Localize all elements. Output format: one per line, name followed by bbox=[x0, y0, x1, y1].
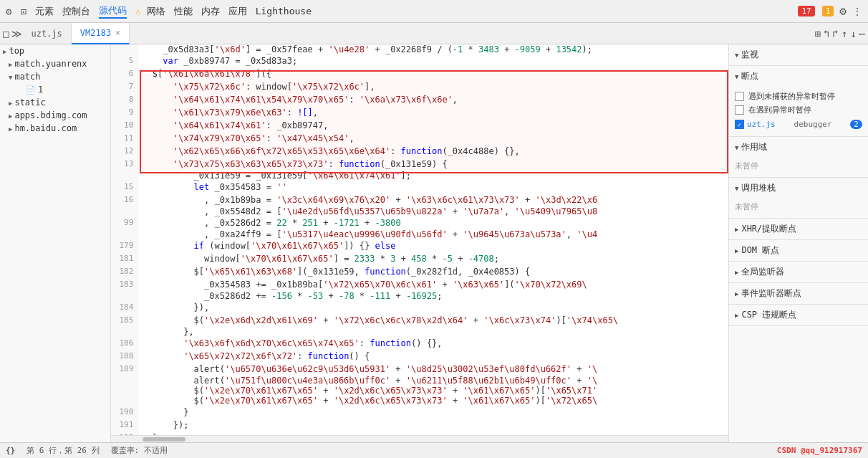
tree-item-apps-bdimg[interactable]: apps.bdimg.com bbox=[0, 109, 110, 122]
exception-any-checkbox[interactable] bbox=[735, 105, 744, 115]
tree-item-match-yuanrenx[interactable]: match.yuanrenx bbox=[0, 57, 110, 70]
tree-item-hm-baidu[interactable]: hm.baidu.com bbox=[0, 122, 110, 135]
line-content: $['\x65\x61\x63\x68'](_0x131e59, functio… bbox=[139, 265, 728, 278]
code-line: 179 if (window['\x70\x61\x67\x65']) {} e… bbox=[111, 239, 728, 252]
global-listeners-label: 全局监听器 bbox=[741, 266, 784, 278]
exception-uncaught-checkbox[interactable] bbox=[735, 92, 744, 101]
line-number: 179 bbox=[111, 239, 139, 252]
line-number: 181 bbox=[111, 252, 139, 265]
devtools-icon[interactable]: ⚙ bbox=[6, 6, 11, 17]
sources-tab[interactable]: 源代码 bbox=[99, 4, 127, 19]
code-line: 99 , _0x5286d2 = 22 * 251 + -1721 + -380… bbox=[111, 216, 728, 229]
code-line: 182 $['\x65\x61\x63\x68'](_0x131e59, fun… bbox=[111, 265, 728, 278]
split-editor-icon[interactable]: ⊞ bbox=[814, 28, 820, 39]
line-number bbox=[111, 291, 139, 301]
line-content: '\x62\x65\x66\x6f\x72\x65\x53\x65\x6e\x6… bbox=[139, 145, 728, 158]
application-tab[interactable]: 应用 bbox=[228, 5, 247, 18]
code-line: 181 window['\x70\x61\x67\x65'] = 2333 * … bbox=[111, 252, 728, 265]
line-number bbox=[111, 396, 139, 406]
inspect-icon[interactable]: ⊡ bbox=[20, 6, 26, 17]
line-number: 184 bbox=[111, 301, 139, 314]
breakpoint-filename[interactable]: uzt.js bbox=[747, 120, 776, 129]
line-number: 183 bbox=[111, 278, 139, 291]
lighthouse-tab[interactable]: Lighthouse bbox=[256, 6, 312, 16]
tree-toggle-static bbox=[9, 98, 12, 108]
panel-header-watch[interactable]: 监视 bbox=[729, 44, 868, 65]
tree-toggle-hm-baidu bbox=[9, 124, 12, 133]
line-content: alert('\u751f\u800c\u4e3a\u866b\uff0c' +… bbox=[139, 376, 728, 386]
performance-tab[interactable]: 性能 bbox=[174, 5, 193, 18]
code-line: 16 , _0x1b89ba = '\x3c\x64\x69\x76\x20' … bbox=[111, 194, 728, 206]
line-number: 182 bbox=[111, 265, 139, 278]
format-icon[interactable]: {} bbox=[6, 446, 15, 455]
panel-header-xhr[interactable]: XHR/提取断点 bbox=[729, 219, 868, 239]
scope-chevron bbox=[735, 143, 738, 151]
code-editor[interactable]: _0x5d83a3['\x6d'] = _0x57feae + '\u4e28'… bbox=[111, 44, 728, 442]
panel-header-breakpoints[interactable]: 断点 bbox=[729, 66, 868, 87]
breakpoint-enable-checkbox[interactable]: ✓ bbox=[735, 120, 744, 129]
code-line: 15 let _0x354583 = '' bbox=[111, 181, 728, 194]
line-content: _0x354583 += _0x1b89ba['\x72\x65\x70\x6c… bbox=[139, 278, 728, 291]
panel-header-global-listeners[interactable]: 全局监听器 bbox=[729, 262, 868, 282]
tree-item-1[interactable]: 📄 1 bbox=[0, 83, 110, 96]
tab-vm2183[interactable]: VM2183 ✕ bbox=[72, 23, 130, 44]
network-tab[interactable]: ⚠ 网络 bbox=[135, 5, 165, 18]
panel-header-dom[interactable]: DOM 断点 bbox=[729, 240, 868, 261]
panel-header-csp[interactable]: CSP 违规断点 bbox=[729, 305, 868, 325]
panel-header-event-listeners[interactable]: 事件监听器断点 bbox=[729, 283, 868, 304]
code-line: }, bbox=[111, 327, 728, 337]
memory-tab[interactable]: 内存 bbox=[201, 5, 220, 18]
code-line: , _0x5548d2 = ['\u4e2d\u56fd\u5357\u65b9… bbox=[111, 206, 728, 216]
page-icon[interactable]: □ bbox=[3, 28, 9, 39]
line-content: var _0xb89747 = _0x5d83a3; bbox=[139, 54, 728, 67]
line-number: 186 bbox=[111, 337, 139, 350]
nav-down-icon[interactable]: ↓ bbox=[850, 28, 856, 39]
line-content: '\x64\x61\x74\x61\x54\x79\x70\x65': '\x6… bbox=[139, 93, 728, 106]
panel-section-watch: 监视 bbox=[729, 44, 868, 66]
line-number: 16 bbox=[111, 194, 139, 206]
close-tab-icon[interactable]: ✕ bbox=[115, 28, 120, 37]
code-line: 11 '\x74\x79\x70\x65': '\x47\x45\x54', bbox=[111, 132, 728, 145]
line-content: $('\x2e\x70\x61\x67\x65' + '\x2d\x6c\x65… bbox=[139, 396, 728, 406]
nav-prev-icon[interactable]: ↰ bbox=[824, 28, 829, 39]
branding: CSDN @qq_912917367 bbox=[777, 446, 862, 455]
line-content: , _0x1b89ba = '\x3c\x64\x69\x76\x20' + '… bbox=[139, 194, 728, 206]
console-tab[interactable]: 控制台 bbox=[62, 5, 90, 18]
event-listeners-chevron bbox=[735, 290, 738, 297]
more-options-icon[interactable]: ⋯ bbox=[859, 28, 865, 39]
dom-label: DOM 断点 bbox=[741, 244, 779, 257]
tree-item-static[interactable]: static bbox=[0, 96, 110, 109]
panel-header-scope[interactable]: 作用域 bbox=[729, 137, 868, 158]
more-icon[interactable]: ⋮ bbox=[852, 6, 862, 17]
tree-toggle-match bbox=[9, 72, 12, 82]
line-content: window['\x70\x61\x67\x65'] = 2333 * 3 + … bbox=[139, 252, 728, 265]
horizontal-scrollbar[interactable] bbox=[111, 435, 728, 442]
tree-label-1: 1 bbox=[38, 85, 43, 95]
code-line: 191 }); bbox=[111, 419, 728, 431]
breakpoint-entry-left: ✓ uzt.js bbox=[735, 120, 776, 129]
settings-icon[interactable]: ⚙ bbox=[839, 4, 847, 18]
line-content: if (window['\x70\x61\x67\x65']) {} else bbox=[139, 239, 728, 252]
code-line: _0x5d83a3['\x6d'] = _0x57feae + '\u4e28'… bbox=[111, 44, 728, 54]
line-content: $('\x2e\x70\x61\x67\x65' + '\x2d\x6c\x65… bbox=[139, 386, 728, 396]
expand-sources-icon[interactable]: ≫ bbox=[11, 28, 22, 39]
breakpoint-entry: ✓ uzt.js debugger 2 bbox=[735, 117, 862, 130]
xhr-label: XHR/提取断点 bbox=[741, 223, 796, 235]
nav-up-icon[interactable]: ↑ bbox=[842, 28, 847, 39]
tree-item-top[interactable]: top bbox=[0, 44, 110, 57]
line-number bbox=[111, 327, 139, 337]
error-count-badge[interactable]: 17 bbox=[798, 6, 814, 16]
line-content: '\x61\x73\x79\x6e\x63': ![], bbox=[139, 106, 728, 119]
warning-count-badge[interactable]: 1 bbox=[822, 6, 834, 16]
exception-any-label: 在遇到异常时暂停 bbox=[748, 105, 811, 115]
cursor-position: 第 6 行，第 26 列 bbox=[26, 445, 99, 456]
tab-uztjs[interactable]: uzt.js bbox=[22, 23, 71, 44]
watch-chevron bbox=[735, 51, 738, 59]
nav-next-icon[interactable]: ↱ bbox=[832, 28, 838, 39]
tree-item-match[interactable]: match bbox=[0, 70, 110, 83]
panel-header-callstack[interactable]: 调用堆栈 bbox=[729, 178, 868, 199]
elements-tab[interactable]: 元素 bbox=[35, 5, 54, 18]
code-line: 183 _0x354583 += _0x1b89ba['\x72\x65\x70… bbox=[111, 278, 728, 291]
scope-label: 作用域 bbox=[741, 141, 767, 153]
scope-content: 未暂停 bbox=[729, 158, 868, 177]
